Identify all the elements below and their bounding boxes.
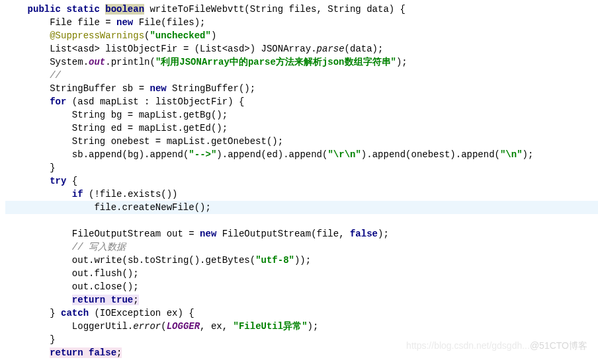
code-token: StringBuffer	[50, 83, 116, 94]
code-token: // 写入数据	[72, 242, 126, 252]
code-line[interactable]: File file = new File(files);	[5, 16, 598, 29]
code-token	[133, 17, 138, 28]
code-token: JSONArray	[261, 44, 312, 54]
code-token: file	[100, 189, 122, 200]
code-token: String	[72, 123, 105, 133]
code-token: ) {	[228, 96, 244, 107]
code-token: files	[167, 17, 194, 28]
code-token: ex	[167, 308, 178, 318]
code-line[interactable]: } catch (IOException ex) {	[5, 307, 598, 320]
code-token: FileOutputStream	[72, 229, 161, 239]
code-token: .	[206, 136, 211, 147]
code-token: toString	[144, 255, 189, 266]
code-token: out	[89, 57, 105, 67]
code-token: :	[139, 96, 155, 107]
code-token: (	[150, 57, 155, 67]
code-line[interactable]: if (!file.exists())	[5, 188, 598, 201]
code-token: .	[311, 44, 316, 54]
code-token: >)	[244, 44, 261, 54]
code-line[interactable]: return true;	[5, 293, 598, 307]
code-token: (	[66, 96, 77, 107]
code-token: asd	[77, 44, 94, 54]
code-token: file	[94, 202, 116, 213]
code-line[interactable]: out.write(sb.toString().getBytes("utf-8"…	[5, 254, 598, 267]
code-line[interactable]: }	[5, 333, 598, 346]
code-token: parse	[317, 44, 345, 54]
code-line[interactable]: String bg = mapList.getBg();	[5, 108, 598, 122]
code-token: file	[77, 17, 100, 28]
code-token: public	[28, 4, 67, 15]
code-token	[283, 4, 288, 15]
code-line[interactable]: FileOutputStream out = new FileOutputStr…	[5, 227, 598, 240]
code-token: mapList	[167, 136, 206, 147]
code-token: "utf-8"	[255, 255, 294, 266]
code-token: {	[66, 176, 77, 186]
code-line[interactable]: out.close();	[5, 280, 598, 293]
code-token: =	[100, 17, 116, 28]
code-token: mapList	[100, 96, 139, 107]
code-line[interactable]: List<asd> listObjectFir = (List<asd>) JS…	[5, 42, 598, 55]
code-line[interactable]: String ed = mapList.getEd();	[5, 122, 598, 135]
code-token: );	[523, 149, 534, 160]
code-token: File	[50, 17, 72, 28]
code-token: false	[350, 229, 378, 239]
code-token: ) {	[389, 4, 406, 15]
code-token: (	[495, 149, 500, 160]
code-token: sb	[122, 83, 133, 94]
code-token: ).	[450, 149, 461, 160]
code-token: createNewFile	[122, 202, 194, 213]
code-token: if	[72, 189, 83, 200]
code-token: "\n"	[500, 149, 523, 160]
code-token: "-->"	[189, 149, 216, 160]
code-token: out	[72, 281, 89, 292]
code-token: }	[50, 308, 61, 318]
code-token: (	[345, 44, 350, 54]
code-token: =	[122, 123, 138, 133]
code-token: String	[250, 4, 283, 15]
code-line[interactable]: StringBuffer sb = new StringBuffer();	[5, 82, 598, 95]
code-line[interactable]: // 写入数据	[5, 240, 598, 254]
code-line[interactable]: System.out.println("利用JSONArray中的parse方法…	[5, 55, 598, 69]
code-line[interactable]: out.flush();	[5, 267, 598, 280]
code-token: append	[461, 149, 494, 160]
code-token: static	[66, 4, 105, 15]
code-line[interactable]: file.createNewFile();	[5, 201, 598, 214]
code-token: ed	[267, 149, 278, 160]
code-line[interactable]: }	[5, 161, 598, 174]
code-token: LoggerUtil	[72, 321, 128, 332]
code-token: try	[50, 176, 66, 186]
code-token: List	[200, 44, 222, 54]
code-token: mapList	[139, 110, 178, 120]
code-line[interactable]: return false;	[5, 346, 598, 359]
code-editor[interactable]: public static boolean writeToFileWebvtt(…	[0, 0, 598, 364]
code-token: StringBuffer	[172, 83, 239, 94]
code-token: <	[72, 44, 77, 54]
code-token: close	[94, 281, 122, 292]
code-line[interactable]	[5, 214, 598, 227]
code-token: //	[50, 70, 61, 81]
code-token: ed	[111, 123, 122, 133]
code-token: .	[178, 110, 183, 120]
code-token: error	[133, 321, 161, 332]
code-token: FileOutputStream	[222, 229, 311, 239]
code-token: ).	[139, 149, 150, 160]
code-line[interactable]: String onebest = mapList.getOnebest();	[5, 135, 598, 148]
code-token: .	[83, 149, 89, 160]
code-token: exists	[128, 189, 161, 200]
code-line[interactable]	[5, 359, 598, 364]
code-token	[161, 229, 166, 239]
code-token: = (	[177, 44, 200, 54]
code-token: sb	[72, 149, 83, 160]
code-line[interactable]: try {	[5, 174, 598, 188]
code-line[interactable]: @SuppressWarnings("unchecked")	[5, 29, 598, 42]
code-token: write	[94, 255, 122, 266]
code-line[interactable]: //	[5, 69, 598, 82]
code-line[interactable]: LoggerUtil.error(LOGGER, ex, "FileUtil异常…	[5, 320, 598, 333]
code-line[interactable]: for (asd mapList : listObjectFir) {	[5, 95, 598, 108]
code-token: bg	[128, 149, 139, 160]
code-token: =	[122, 110, 138, 120]
code-line[interactable]: sb.append(bg).append("-->").append(ed).a…	[5, 148, 598, 161]
code-token: "unchecked"	[150, 30, 210, 41]
code-token: (	[311, 229, 316, 239]
code-line[interactable]: public static boolean writeToFileWebvtt(…	[5, 3, 598, 16]
